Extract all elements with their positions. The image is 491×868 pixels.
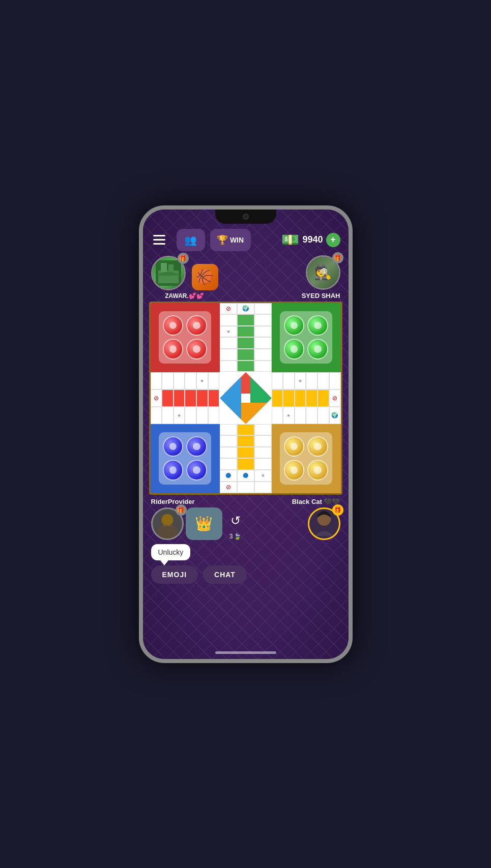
cell-empty-9 bbox=[220, 361, 237, 372]
cell-ml-18 bbox=[208, 407, 220, 424]
cell-green-2 bbox=[237, 326, 254, 338]
add-coins-button[interactable]: + bbox=[326, 233, 340, 247]
player-name-bottomleft: RiderProvider bbox=[151, 498, 195, 505]
cell-no-1 bbox=[220, 303, 237, 315]
cell-empty-6 bbox=[254, 337, 272, 349]
refresh-button[interactable]: ↺ bbox=[224, 510, 247, 532]
cell-ml-6 bbox=[208, 372, 220, 390]
cell-mr-5 bbox=[317, 372, 329, 390]
win-button[interactable]: 🏆 WIN bbox=[210, 229, 251, 251]
avatar-wrap-topright: 🕵️ 🎁 bbox=[306, 255, 340, 290]
cell-ml-1 bbox=[151, 372, 162, 390]
menu-line-3 bbox=[153, 243, 165, 245]
cell-bc-14: 🔵 bbox=[237, 470, 254, 482]
yellow-tokens bbox=[280, 432, 332, 485]
cell-ml-13 bbox=[151, 407, 162, 424]
token-yellow-1 bbox=[284, 436, 305, 457]
path-top-center bbox=[220, 303, 272, 372]
home-green bbox=[272, 303, 341, 372]
cell-ml-17 bbox=[196, 407, 208, 424]
cell-mr-6 bbox=[329, 372, 341, 390]
menu-line-2 bbox=[153, 239, 165, 241]
leaf-icon: 🍃 bbox=[234, 533, 241, 540]
action-buttons: EMOJI CHAT bbox=[143, 561, 349, 588]
triangle-blue bbox=[220, 377, 241, 420]
token-blue-4 bbox=[186, 460, 207, 481]
player-top-left: 🎁 🏀 ZAWAR.💕💕 bbox=[151, 256, 218, 300]
gift-badge-topright: 🎁 bbox=[332, 252, 343, 263]
gift-badge-bottomright: 🎁 bbox=[332, 504, 343, 516]
home-indicator bbox=[215, 651, 276, 654]
board-wrapper: 🔵 🔵 bbox=[143, 302, 349, 495]
cell-mr-4 bbox=[306, 372, 317, 390]
cell-bc-13: 🔵 bbox=[220, 470, 237, 482]
top-players-row: 🎁 🏀 ZAWAR.💕💕 🕵️ 🎁 SYED SHAH bbox=[143, 255, 349, 302]
token-blue-3 bbox=[163, 460, 184, 481]
emoji-button[interactable]: EMOJI bbox=[151, 565, 198, 584]
bottom-players-row: RiderProvider 🎁 👑 bbox=[143, 495, 349, 561]
cell-bc-1 bbox=[220, 424, 237, 436]
cell-empty-2 bbox=[220, 314, 237, 326]
cell-empty-5 bbox=[220, 337, 237, 349]
token-yellow-4 bbox=[307, 460, 328, 481]
cell-ml-7 bbox=[151, 390, 162, 407]
cell-ml-16 bbox=[185, 407, 196, 424]
cell-mr-7 bbox=[272, 390, 283, 407]
token-green-3 bbox=[284, 339, 305, 360]
speech-text: Unlucky bbox=[158, 548, 184, 556]
cell-ml-2 bbox=[162, 372, 174, 390]
cell-ml-12 bbox=[208, 390, 220, 407]
token-red-4 bbox=[186, 339, 207, 360]
cell-bc-10 bbox=[220, 458, 237, 470]
menu-line-1 bbox=[153, 235, 165, 236]
cell-empty-10 bbox=[254, 361, 272, 372]
phone-camera bbox=[243, 214, 249, 220]
cell-mr-17 bbox=[317, 407, 329, 424]
home-yellow bbox=[272, 424, 341, 493]
cell-empty-3 bbox=[254, 314, 272, 326]
avatar-wrap-bottomleft: 🎁 bbox=[151, 507, 184, 540]
cell-ml-14 bbox=[162, 407, 174, 424]
win-label: WIN bbox=[230, 236, 244, 244]
cell-bc-4 bbox=[220, 435, 237, 447]
cell-ml-15 bbox=[174, 407, 185, 424]
basketball-icon: 🏀 bbox=[192, 264, 218, 290]
cell-mr-1 bbox=[272, 372, 283, 390]
cell-mr-10 bbox=[306, 390, 317, 407]
token-green-2 bbox=[307, 315, 328, 336]
cell-empty-7 bbox=[220, 349, 237, 361]
bottom-left-controls: 🎁 👑 ↺ 3 🍃 bbox=[151, 507, 247, 540]
cell-ml-4 bbox=[185, 372, 196, 390]
cell-bc-3 bbox=[254, 424, 272, 436]
cell-bc-18 bbox=[254, 482, 272, 493]
cell-bc-8 bbox=[237, 447, 254, 459]
token-red-1 bbox=[163, 315, 184, 336]
refresh-count: 3 🍃 bbox=[229, 533, 242, 540]
cell-mr-13 bbox=[272, 407, 283, 424]
cell-mr-18 bbox=[329, 407, 341, 424]
cell-ml-10 bbox=[185, 390, 196, 407]
cell-bc-15 bbox=[254, 470, 272, 482]
cell-bc-12 bbox=[254, 458, 272, 470]
cell-empty-4 bbox=[254, 326, 272, 338]
token-green-4 bbox=[307, 339, 328, 360]
cell-mr-9 bbox=[295, 390, 306, 407]
crown-icon: 👑 bbox=[186, 507, 222, 540]
player-top-right: 🕵️ 🎁 SYED SHAH bbox=[302, 255, 340, 300]
player-name-bottomright: Black Cat 🖤🖤 bbox=[292, 498, 340, 505]
chat-button[interactable]: CHAT bbox=[203, 565, 247, 584]
speech-bubble: Unlucky bbox=[151, 544, 191, 560]
cell-ml-5 bbox=[196, 372, 208, 390]
cell-earth-1 bbox=[237, 303, 254, 315]
cell-bc-9 bbox=[254, 447, 272, 459]
token-green-1 bbox=[284, 315, 305, 336]
blue-tokens bbox=[159, 432, 211, 485]
gift-badge-topleft: 🎁 bbox=[178, 253, 189, 264]
menu-button[interactable] bbox=[151, 231, 171, 249]
home-blue bbox=[151, 424, 220, 493]
friends-button[interactable]: 👥 bbox=[177, 229, 205, 251]
cell-mr-11 bbox=[317, 390, 329, 407]
red-tokens bbox=[159, 311, 211, 364]
cell-ml-9 bbox=[174, 390, 185, 407]
cell-mr-2 bbox=[283, 372, 295, 390]
